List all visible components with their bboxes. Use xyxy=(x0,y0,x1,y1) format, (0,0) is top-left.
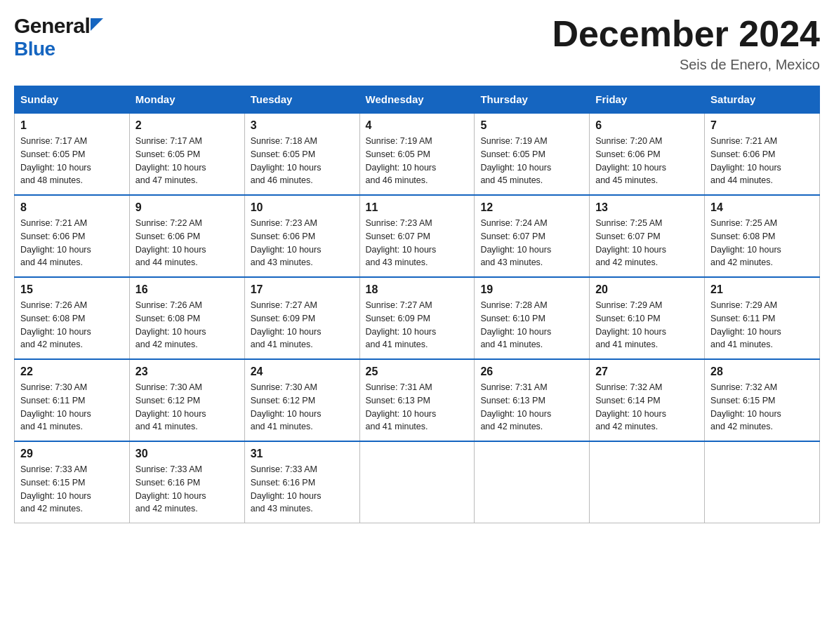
calendar-cell: 10 Sunrise: 7:23 AM Sunset: 6:06 PM Dayl… xyxy=(244,195,359,277)
calendar-cell: 7 Sunrise: 7:21 AM Sunset: 6:06 PM Dayli… xyxy=(705,113,820,195)
calendar-header-row: SundayMondayTuesdayWednesdayThursdayFrid… xyxy=(15,86,820,114)
calendar-day-header: Saturday xyxy=(705,86,820,114)
day-info: Sunrise: 7:17 AM Sunset: 6:05 PM Dayligh… xyxy=(20,135,124,187)
day-number: 4 xyxy=(366,119,469,132)
day-number: 11 xyxy=(366,201,469,214)
day-number: 5 xyxy=(480,119,583,132)
logo-triangle-icon xyxy=(91,18,103,34)
calendar-week-row: 1 Sunrise: 7:17 AM Sunset: 6:05 PM Dayli… xyxy=(15,113,820,195)
calendar-day-header: Thursday xyxy=(475,86,590,114)
logo-blue-text: Blue xyxy=(14,38,55,60)
day-info: Sunrise: 7:33 AM Sunset: 6:16 PM Dayligh… xyxy=(251,463,354,516)
calendar-cell xyxy=(705,441,820,523)
calendar-cell: 22 Sunrise: 7:30 AM Sunset: 6:11 PM Dayl… xyxy=(15,359,130,441)
day-number: 30 xyxy=(135,448,239,460)
day-number: 17 xyxy=(251,283,354,296)
day-info: Sunrise: 7:18 AM Sunset: 6:05 PM Dayligh… xyxy=(251,135,354,187)
day-number: 21 xyxy=(710,283,814,296)
day-info: Sunrise: 7:24 AM Sunset: 6:07 PM Dayligh… xyxy=(480,217,583,269)
day-info: Sunrise: 7:30 AM Sunset: 6:11 PM Dayligh… xyxy=(20,381,124,434)
day-info: Sunrise: 7:25 AM Sunset: 6:08 PM Dayligh… xyxy=(710,217,814,269)
day-number: 18 xyxy=(366,283,469,296)
day-info: Sunrise: 7:32 AM Sunset: 6:15 PM Dayligh… xyxy=(710,381,814,434)
calendar-day-header: Tuesday xyxy=(244,86,359,114)
day-info: Sunrise: 7:19 AM Sunset: 6:05 PM Dayligh… xyxy=(480,135,583,187)
calendar-cell xyxy=(359,441,475,523)
day-info: Sunrise: 7:17 AM Sunset: 6:05 PM Dayligh… xyxy=(135,135,239,187)
calendar-cell: 12 Sunrise: 7:24 AM Sunset: 6:07 PM Dayl… xyxy=(475,195,590,277)
page-subtitle: Seis de Enero, Mexico xyxy=(552,57,820,73)
calendar-cell xyxy=(475,441,590,523)
calendar-week-row: 29 Sunrise: 7:33 AM Sunset: 6:15 PM Dayl… xyxy=(15,441,820,523)
calendar-cell: 11 Sunrise: 7:23 AM Sunset: 6:07 PM Dayl… xyxy=(359,195,475,277)
day-number: 24 xyxy=(251,365,354,378)
calendar-cell: 20 Sunrise: 7:29 AM Sunset: 6:10 PM Dayl… xyxy=(590,277,705,359)
day-number: 31 xyxy=(251,448,354,460)
day-number: 25 xyxy=(366,365,469,378)
day-number: 1 xyxy=(20,119,124,132)
day-number: 26 xyxy=(480,365,583,378)
day-info: Sunrise: 7:32 AM Sunset: 6:14 PM Dayligh… xyxy=(595,381,699,434)
calendar-cell: 24 Sunrise: 7:30 AM Sunset: 6:12 PM Dayl… xyxy=(244,359,359,441)
calendar-day-header: Monday xyxy=(129,86,244,114)
day-info: Sunrise: 7:33 AM Sunset: 6:16 PM Dayligh… xyxy=(135,463,239,516)
day-info: Sunrise: 7:27 AM Sunset: 6:09 PM Dayligh… xyxy=(366,299,469,351)
day-info: Sunrise: 7:26 AM Sunset: 6:08 PM Dayligh… xyxy=(135,299,239,351)
calendar-cell: 15 Sunrise: 7:26 AM Sunset: 6:08 PM Dayl… xyxy=(15,277,130,359)
logo-general-text: General xyxy=(14,14,90,38)
day-number: 7 xyxy=(710,119,814,132)
day-number: 13 xyxy=(595,201,699,214)
day-number: 9 xyxy=(135,201,239,214)
day-number: 15 xyxy=(20,283,124,296)
day-number: 19 xyxy=(480,283,583,296)
calendar-week-row: 22 Sunrise: 7:30 AM Sunset: 6:11 PM Dayl… xyxy=(15,359,820,441)
day-number: 27 xyxy=(595,365,699,378)
calendar-cell: 5 Sunrise: 7:19 AM Sunset: 6:05 PM Dayli… xyxy=(475,113,590,195)
day-info: Sunrise: 7:21 AM Sunset: 6:06 PM Dayligh… xyxy=(20,217,124,269)
calendar-table: SundayMondayTuesdayWednesdayThursdayFrid… xyxy=(14,86,820,523)
calendar-cell: 21 Sunrise: 7:29 AM Sunset: 6:11 PM Dayl… xyxy=(705,277,820,359)
day-info: Sunrise: 7:31 AM Sunset: 6:13 PM Dayligh… xyxy=(366,381,469,434)
day-number: 16 xyxy=(135,283,239,296)
calendar-week-row: 8 Sunrise: 7:21 AM Sunset: 6:06 PM Dayli… xyxy=(15,195,820,277)
calendar-cell: 28 Sunrise: 7:32 AM Sunset: 6:15 PM Dayl… xyxy=(705,359,820,441)
calendar-cell: 31 Sunrise: 7:33 AM Sunset: 6:16 PM Dayl… xyxy=(244,441,359,523)
day-info: Sunrise: 7:23 AM Sunset: 6:07 PM Dayligh… xyxy=(366,217,469,269)
calendar-week-row: 15 Sunrise: 7:26 AM Sunset: 6:08 PM Dayl… xyxy=(15,277,820,359)
day-info: Sunrise: 7:27 AM Sunset: 6:09 PM Dayligh… xyxy=(251,299,354,351)
calendar-cell: 19 Sunrise: 7:28 AM Sunset: 6:10 PM Dayl… xyxy=(475,277,590,359)
day-info: Sunrise: 7:25 AM Sunset: 6:07 PM Dayligh… xyxy=(595,217,699,269)
day-number: 29 xyxy=(20,448,124,460)
day-number: 22 xyxy=(20,365,124,378)
calendar-cell: 29 Sunrise: 7:33 AM Sunset: 6:15 PM Dayl… xyxy=(15,441,130,523)
calendar-day-header: Wednesday xyxy=(359,86,475,114)
day-number: 20 xyxy=(595,283,699,296)
day-info: Sunrise: 7:21 AM Sunset: 6:06 PM Dayligh… xyxy=(710,135,814,187)
day-info: Sunrise: 7:29 AM Sunset: 6:10 PM Dayligh… xyxy=(595,299,699,351)
day-info: Sunrise: 7:23 AM Sunset: 6:06 PM Dayligh… xyxy=(251,217,354,269)
page-header: General Blue December 2024 Seis de Enero… xyxy=(14,14,820,73)
day-info: Sunrise: 7:22 AM Sunset: 6:06 PM Dayligh… xyxy=(135,217,239,269)
day-number: 12 xyxy=(480,201,583,214)
calendar-day-header: Sunday xyxy=(15,86,130,114)
day-info: Sunrise: 7:28 AM Sunset: 6:10 PM Dayligh… xyxy=(480,299,583,351)
day-info: Sunrise: 7:31 AM Sunset: 6:13 PM Dayligh… xyxy=(480,381,583,434)
day-info: Sunrise: 7:19 AM Sunset: 6:05 PM Dayligh… xyxy=(366,135,469,187)
calendar-cell: 27 Sunrise: 7:32 AM Sunset: 6:14 PM Dayl… xyxy=(590,359,705,441)
page-title: December 2024 xyxy=(552,14,820,54)
title-block: December 2024 Seis de Enero, Mexico xyxy=(552,14,820,73)
logo: General Blue xyxy=(14,14,103,60)
calendar-cell: 8 Sunrise: 7:21 AM Sunset: 6:06 PM Dayli… xyxy=(15,195,130,277)
calendar-cell: 23 Sunrise: 7:30 AM Sunset: 6:12 PM Dayl… xyxy=(129,359,244,441)
calendar-cell: 3 Sunrise: 7:18 AM Sunset: 6:05 PM Dayli… xyxy=(244,113,359,195)
calendar-cell: 17 Sunrise: 7:27 AM Sunset: 6:09 PM Dayl… xyxy=(244,277,359,359)
day-number: 23 xyxy=(135,365,239,378)
calendar-cell: 4 Sunrise: 7:19 AM Sunset: 6:05 PM Dayli… xyxy=(359,113,475,195)
calendar-cell: 25 Sunrise: 7:31 AM Sunset: 6:13 PM Dayl… xyxy=(359,359,475,441)
day-info: Sunrise: 7:26 AM Sunset: 6:08 PM Dayligh… xyxy=(20,299,124,351)
day-info: Sunrise: 7:30 AM Sunset: 6:12 PM Dayligh… xyxy=(251,381,354,434)
calendar-cell xyxy=(590,441,705,523)
calendar-cell: 30 Sunrise: 7:33 AM Sunset: 6:16 PM Dayl… xyxy=(129,441,244,523)
day-info: Sunrise: 7:20 AM Sunset: 6:06 PM Dayligh… xyxy=(595,135,699,187)
calendar-cell: 6 Sunrise: 7:20 AM Sunset: 6:06 PM Dayli… xyxy=(590,113,705,195)
